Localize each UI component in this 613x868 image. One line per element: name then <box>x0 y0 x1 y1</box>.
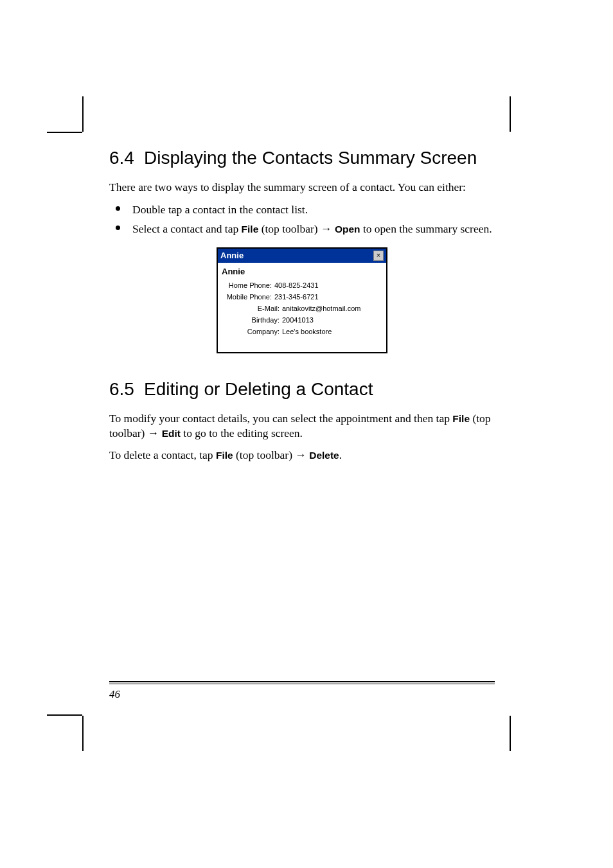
field-label: Birthday: <box>222 316 280 324</box>
contact-summary-screenshot: Annie × Annie Home Phone: 408-825-2431 M… <box>217 247 387 353</box>
field-row: Mobile Phone: 231-345-6721 <box>222 293 382 301</box>
text-part: . <box>339 448 342 461</box>
arrow-icon: → <box>148 427 159 439</box>
text-part: To delete a contact, tap <box>109 448 216 461</box>
ui-label-file: File <box>216 450 233 461</box>
field-row: Company: Lee's bookstore <box>222 328 382 335</box>
list-text-part: Select a contact and tap <box>132 222 242 235</box>
arrow-icon: → <box>321 222 332 235</box>
field-label: Mobile Phone: <box>222 293 272 301</box>
field-label: Home Phone: <box>222 281 272 289</box>
divider <box>109 681 495 682</box>
heading-number: 6.4 <box>109 148 144 168</box>
field-row: Home Phone: 408-825-2431 <box>222 281 382 289</box>
heading-text: Editing or Deleting a Contact <box>144 379 373 399</box>
window-body: Annie Home Phone: 408-825-2431 Mobile Ph… <box>218 263 386 352</box>
ui-label-open: Open <box>335 224 360 235</box>
field-row: E-Mail: anitakovitz@hotmail.com <box>222 305 382 312</box>
divider <box>109 684 495 684</box>
intro-text: There are two ways to display the summar… <box>109 180 495 195</box>
field-value: anitakovitz@hotmail.com <box>282 305 360 312</box>
window-titlebar: Annie × <box>218 249 386 263</box>
contact-name: Annie <box>222 267 382 276</box>
arrow-icon: → <box>295 448 306 461</box>
list-item: Select a contact and tap File (top toolb… <box>130 221 495 237</box>
list-text-part: to open the summary screen. <box>360 222 492 235</box>
field-row: Birthday: 20041013 <box>222 316 382 324</box>
page-content: 6.4Displaying the Contacts Summary Scree… <box>109 148 495 470</box>
text-part: (top toolbar) <box>233 448 296 461</box>
window-title: Annie <box>220 251 244 260</box>
ui-label-file: File <box>242 224 259 235</box>
list-text: Double tap a contact in the contact list… <box>132 203 308 216</box>
text-part: To modify your contact details, you can … <box>109 412 452 425</box>
close-icon[interactable]: × <box>373 251 384 261</box>
heading-6-4: 6.4Displaying the Contacts Summary Scree… <box>109 148 495 168</box>
field-value: Lee's bookstore <box>282 328 332 335</box>
field-value: 231-345-6721 <box>274 293 319 301</box>
text-part: to go to the editing screen. <box>181 427 303 439</box>
heading-6-5: 6.5Editing or Deleting a Contact <box>109 379 495 400</box>
field-label: Company: <box>222 328 280 335</box>
list-item: Double tap a contact in the contact list… <box>130 202 495 218</box>
field-value: 408-825-2431 <box>274 281 319 289</box>
list-text-part: (top toolbar) <box>258 222 321 235</box>
ui-label-edit: Edit <box>162 428 181 439</box>
ui-label-delete: Delete <box>309 450 339 461</box>
field-value: 20041013 <box>282 316 314 324</box>
page-footer: 46 <box>109 681 495 701</box>
heading-text: Displaying the Contacts Summary Screen <box>144 148 477 168</box>
heading-number: 6.5 <box>109 379 144 400</box>
body-text: To delete a contact, tap File (top toolb… <box>109 448 495 463</box>
body-text: To modify your contact details, you can … <box>109 411 495 441</box>
bullet-list: Double tap a contact in the contact list… <box>109 202 495 237</box>
ui-label-file: File <box>452 413 470 424</box>
page-number: 46 <box>109 688 120 700</box>
field-label: E-Mail: <box>222 305 280 312</box>
